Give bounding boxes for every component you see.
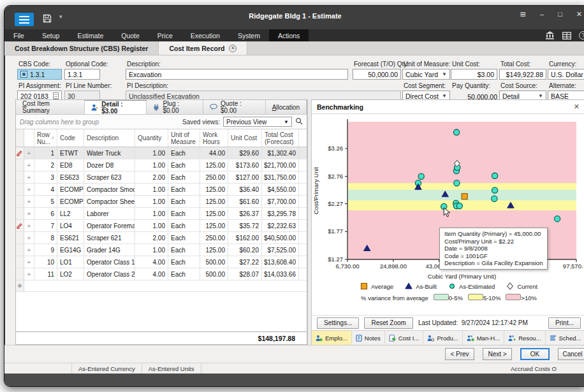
table-row[interactable]: +10LO1Operator Class 14.00Each500.00$27.… bbox=[16, 256, 307, 268]
search-icon[interactable] bbox=[295, 117, 303, 126]
maximize-icon[interactable]: □ bbox=[558, 10, 562, 18]
menu-actions[interactable]: Actions bbox=[269, 29, 309, 41]
expand-row-icon[interactable]: + bbox=[24, 171, 34, 183]
table-row[interactable]: +9EG14GGrader 14G1.00Each125.00$60.20$7,… bbox=[16, 244, 307, 256]
menu-quote[interactable]: Quote bbox=[112, 29, 149, 41]
app-window: ▾ Ridgegate Bldg 1 - Estimate ⊞ – □ ✕ Fi… bbox=[4, 5, 584, 387]
menu-estimate[interactable]: Estimate bbox=[68, 29, 112, 41]
column-header-3[interactable]: Quantity bbox=[135, 129, 168, 147]
cell-quantity: 1.00 bbox=[135, 147, 168, 159]
tooltip-line: Description = Gila Facility Expansion bbox=[444, 259, 543, 267]
subtab-label: Allocation bbox=[272, 104, 300, 111]
group-hint: Drag columns here to group bbox=[20, 119, 99, 126]
cell-row-number: 6 bbox=[34, 208, 57, 219]
expand-row-icon[interactable]: + bbox=[24, 256, 34, 268]
bottom-tab-resou[interactable]: Resou... bbox=[504, 331, 545, 345]
new-row[interactable]: ✳ bbox=[16, 280, 307, 292]
menu-execution[interactable]: Execution bbox=[182, 29, 229, 41]
cell-uom: Each bbox=[168, 171, 200, 183]
reset-zoom-button[interactable]: Reset Zoom bbox=[364, 317, 412, 329]
subtab-cost[interactable]: Cost Item Summary bbox=[16, 100, 85, 114]
uom-select[interactable]: Cubic Yard▼ bbox=[402, 69, 450, 80]
cell-unit-cost: $127.00 bbox=[228, 171, 262, 183]
menu-setup[interactable]: Setup bbox=[33, 29, 68, 41]
cell-quantity: 1.00 bbox=[135, 159, 168, 171]
currency-field[interactable]: U.S. Dollar bbox=[548, 69, 584, 80]
benchmarking-chart[interactable]: $1.27$1.77$2.27$2.76$3.266,730.0024,898.… bbox=[312, 114, 584, 281]
document-icon bbox=[53, 92, 59, 99]
expand-row-icon[interactable]: + bbox=[24, 147, 34, 159]
subtab-plug[interactable]: Plug : $0.00 bbox=[147, 100, 203, 114]
expand-row-icon[interactable]: + bbox=[24, 159, 34, 171]
table-row[interactable]: +5ECOMP2Compactor Sheeps ...1.00Each125.… bbox=[16, 196, 307, 208]
cell-description: Scraper 623 bbox=[84, 171, 135, 183]
bottom-tab-emplo[interactable]: Emplo... bbox=[312, 331, 352, 345]
forecast-qty-field[interactable]: 50,000.00 bbox=[353, 69, 401, 80]
menu-system[interactable]: System bbox=[229, 29, 269, 41]
bottom-tab-manh[interactable]: Man-H... bbox=[463, 331, 504, 345]
ok-button[interactable]: OK bbox=[520, 348, 550, 360]
table-row[interactable]: +1ETWTWater Truck1.00Each44.00$29.60$1,3… bbox=[16, 147, 307, 159]
minimize-icon[interactable]: – bbox=[540, 10, 544, 18]
tab-cost-item-record[interactable]: Cost Item Record ✕ bbox=[158, 41, 247, 55]
column-header-4[interactable]: Unit of Measure bbox=[168, 129, 200, 147]
print-button[interactable]: Print... bbox=[548, 317, 581, 329]
grid-view-icon[interactable] bbox=[562, 32, 571, 40]
cbs-code-field[interactable]: 1.3.1 bbox=[17, 69, 62, 80]
close-window-icon[interactable]: ✕ bbox=[576, 10, 582, 18]
column-header-0[interactable]: Row Nu... bbox=[34, 129, 57, 147]
expand-row-icon[interactable]: + bbox=[24, 220, 34, 231]
table-row[interactable]: +4ECOMP1Compactor Smooth ...1.00Each125.… bbox=[16, 184, 307, 196]
settings-button[interactable]: Settings... bbox=[317, 317, 359, 329]
subtab-quote[interactable]: Quote : $0.00 bbox=[203, 100, 266, 114]
prev-button[interactable]: < Prev bbox=[445, 348, 474, 360]
column-header-6[interactable]: Unit Cost bbox=[228, 129, 262, 147]
column-header-1[interactable]: Code bbox=[57, 129, 84, 147]
tab-cbs-register[interactable]: Cost Breakdown Structure (CBS) Register bbox=[4, 41, 158, 55]
group-by-bar[interactable]: Drag columns here to group Saved views: … bbox=[16, 115, 307, 129]
column-header-5[interactable]: Work Hours bbox=[200, 129, 228, 147]
table-row[interactable]: +7LO4Operator Foreman1.00Each125.00$35.7… bbox=[16, 220, 307, 232]
saved-views-select[interactable]: Previous View▼ bbox=[223, 117, 292, 127]
panel-splitter[interactable] bbox=[307, 99, 312, 345]
subtab-detail[interactable]: Detail : $3.00 bbox=[85, 100, 147, 114]
bottom-tab-sched[interactable]: Sched... bbox=[546, 331, 584, 345]
subtab-allocation[interactable]: Allocation bbox=[266, 100, 307, 114]
pin-window-icon[interactable]: ⊞ bbox=[520, 10, 526, 18]
bottom-tab-notes[interactable]: Notes bbox=[352, 331, 385, 345]
expand-row-icon[interactable]: + bbox=[24, 232, 34, 243]
table-row[interactable]: +8ES621Scraper 6212.00Each250.00$162.00$… bbox=[16, 232, 307, 244]
expand-row-icon[interactable]: + bbox=[24, 184, 34, 195]
legend-as-estimated: As-Estimated bbox=[448, 282, 495, 290]
expand-row-icon[interactable]: + bbox=[24, 268, 34, 280]
cancel-button[interactable]: Cancel bbox=[558, 348, 584, 360]
column-header-2[interactable]: Description bbox=[84, 129, 135, 147]
description-field[interactable]: Excavation bbox=[126, 69, 348, 80]
bottom-tab-costi[interactable]: Cost I... bbox=[385, 331, 424, 345]
next-button[interactable]: Next > bbox=[483, 348, 512, 360]
row-gutter bbox=[16, 159, 24, 171]
description-label: Description: bbox=[127, 61, 161, 68]
optional-code-field[interactable]: 1.3.1 bbox=[64, 69, 100, 80]
total-cost-field[interactable]: $149,922.88 bbox=[499, 69, 546, 80]
table-row[interactable]: +2ED8Dozer D81.00Each125.00$173.60$21,70… bbox=[16, 159, 307, 171]
row-gutter bbox=[16, 268, 24, 280]
expand-row-icon[interactable]: + bbox=[24, 244, 34, 256]
unit-cost-field[interactable]: $3.00 bbox=[451, 69, 497, 80]
table-row[interactable]: +3ES623Scraper 6232.00Each250.00$127.00$… bbox=[16, 171, 307, 184]
tab-close-icon[interactable]: ✕ bbox=[229, 45, 237, 52]
cell-work-hours: 125.00 bbox=[200, 196, 228, 207]
column-header-7[interactable]: Total Cost (Forecast) bbox=[262, 129, 299, 147]
expand-row-icon[interactable]: + bbox=[24, 208, 34, 219]
expand-row-icon[interactable]: + bbox=[24, 196, 34, 207]
help-icon[interactable]: ? bbox=[579, 31, 584, 40]
bottom-tab-produ[interactable]: Produ... bbox=[423, 331, 462, 345]
grid-total-row: $148,197.88 bbox=[16, 331, 307, 344]
table-row[interactable]: +6LL2Laborer1.00Each125.00$26.37$3,295.7… bbox=[16, 208, 307, 220]
benchmarking-close-icon[interactable]: ✕ bbox=[574, 103, 581, 111]
svg-text:6,730.00: 6,730.00 bbox=[336, 263, 360, 270]
menu-price[interactable]: Price bbox=[149, 29, 182, 41]
table-row[interactable]: +11LO2Operator Class 24.00Each500.00$28.… bbox=[16, 268, 307, 280]
menu-file[interactable]: File bbox=[4, 29, 33, 41]
library-icon[interactable] bbox=[545, 31, 555, 40]
